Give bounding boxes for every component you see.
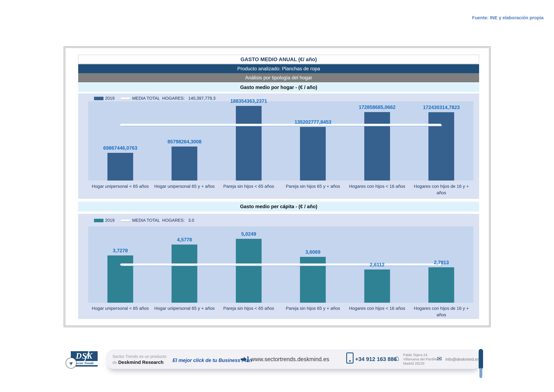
page: Fuente: INE y elaboración propia GASTO M… xyxy=(0,0,554,392)
bars: 69867446,076385798264,3008188354363,2371… xyxy=(88,101,473,181)
legend-media-line-swatch xyxy=(121,220,130,221)
bar-value-label: 172430314,7823 xyxy=(409,105,474,110)
x-axis-labels: Hogar unipersonal < 65 añosHogar unipers… xyxy=(88,305,473,318)
mail-icon: ✉ xyxy=(437,355,442,362)
footer-phone-number: +34 912 163 886 xyxy=(355,356,397,362)
bar xyxy=(429,267,454,303)
x-axis-label: Pareja sin hijos < 65 años xyxy=(217,183,281,196)
x-axis-label: Hogar unipersonal < 65 años xyxy=(88,183,152,196)
source-note: Fuente: INE y elaboración propia xyxy=(472,15,544,20)
bar-column: 188354363,2371 xyxy=(217,101,281,181)
report-title: GASTO MEDIO ANUAL (€/ año) xyxy=(78,55,479,64)
paper-plane-icon: ➤ xyxy=(68,360,74,366)
bar-value-label: 172858685,0662 xyxy=(345,105,409,110)
bar-value-label: 69867446,0763 xyxy=(88,145,152,151)
bar xyxy=(364,269,390,303)
paper-plane-badge: ➤ xyxy=(66,357,77,369)
footer-accent-tail xyxy=(479,368,482,378)
bar xyxy=(172,147,197,181)
legend-series-swatch xyxy=(94,219,104,222)
x-axis-label: Hogares con hijos de 16 y + años xyxy=(409,305,474,318)
bar-column: 172858685,0662 xyxy=(345,101,409,181)
chart-gasto-medio-per-capita: 2019 MEDIA TOTAL HOGARES: 3.0 3,72784,57… xyxy=(78,214,479,319)
product-analyzed-row: Producto analizado: Planchas de ropa xyxy=(78,64,479,73)
chart-gasto-medio-por-hogar: 2019 MEDIA TOTAL HOGARES: 140,397,779.3 … xyxy=(78,93,479,199)
x-axis-label: Hogar unipersonal 65 y + años xyxy=(152,183,217,196)
bar xyxy=(429,112,454,181)
legend-media-label: MEDIA TOTAL HOGARES: 3.0 xyxy=(132,218,194,223)
home-icon: ⌂ xyxy=(395,353,399,363)
legend-series-label: 2019 xyxy=(105,218,115,223)
bar-column: 135202777,8453 xyxy=(281,101,345,181)
x-axis-label: Pareja sin hijos 65 y + años xyxy=(281,305,345,318)
section-title-gasto-por-hogar: Gasto medio por hogar - (€ / año) xyxy=(78,83,479,92)
footer-address-line1: Pablo Tejera 24. xyxy=(403,353,438,357)
x-axis-label: Pareja sin hijos 65 y + años xyxy=(281,183,345,196)
bar-value-label: 2,6112 xyxy=(345,262,409,268)
legend-media-label: MEDIA TOTAL HOGARES: 140,397,779.3 xyxy=(132,96,215,101)
legend: 2019 MEDIA TOTAL HOGARES: 3.0 xyxy=(94,218,194,223)
bar-value-label: 188354363,2371 xyxy=(217,98,281,104)
bar-value-label: 4,5778 xyxy=(152,237,217,243)
footer-product-line1: Sector Trends es un producto xyxy=(112,354,166,359)
section-title-gasto-per-capita: Gasto medio per cápita - (€ / año) xyxy=(78,202,479,211)
bar-column: 2,7913 xyxy=(409,226,474,303)
report-frame: GASTO MEDIO ANUAL (€/ año) Producto anal… xyxy=(64,46,491,327)
bar-value-label: 2,7913 xyxy=(409,260,474,265)
bar-value-label: 5,0249 xyxy=(217,231,281,237)
footer-address-line3: Madrid 28229 xyxy=(403,361,438,366)
bar-value-label: 135202777,8453 xyxy=(281,119,345,125)
legend-series-label: 2019 xyxy=(105,96,115,101)
x-axis-label: Hogares con hijos < 16 años xyxy=(345,183,409,196)
footer-product-text: Sector Trends es un producto de Deskmind… xyxy=(112,354,166,365)
x-axis-label: Hogar unipersonal 65 y + años xyxy=(152,305,217,318)
bar xyxy=(236,106,262,181)
bar xyxy=(172,245,197,303)
bar-value-label: 85798264,3008 xyxy=(152,139,217,145)
bar xyxy=(236,239,262,303)
footer-company-name: Deskmind Research xyxy=(118,360,164,365)
phone-icon xyxy=(346,352,353,364)
legend-media-line-swatch xyxy=(121,98,130,99)
bar xyxy=(107,153,133,181)
bar xyxy=(107,255,133,303)
arrow-to-bar-icon xyxy=(240,356,249,364)
bar-column: 85798264,3008 xyxy=(152,101,217,181)
footer-website-url: www.sectortrends.deskmind.es xyxy=(251,356,329,363)
bar xyxy=(300,127,326,181)
footer-address-line2: Villanueva del Pardillo. xyxy=(403,357,438,361)
x-axis-label: Pareja sin hijos < 65 años xyxy=(217,305,281,318)
dsk-logo: DSK Sector Trends ➤ xyxy=(71,351,98,367)
footer-product-prefix: de xyxy=(112,360,118,365)
footer-email: info@deskmind.es xyxy=(445,357,479,362)
plot-area: 69867446,076385798264,3008188354363,2371… xyxy=(88,101,473,181)
x-axis-label: Hogar unipersonal < 65 años xyxy=(88,305,152,318)
bar-value-label: 3,6069 xyxy=(281,249,345,255)
legend-series-swatch xyxy=(94,97,104,100)
bar-column: 172430314,7823 xyxy=(409,101,474,181)
bar-value-label: 3,7278 xyxy=(88,248,152,253)
x-axis-label: Hogares con hijos < 16 años xyxy=(345,305,409,318)
footer-product-line2: de Deskmind Research xyxy=(112,360,166,365)
analysis-type-row: Análisis por tipología del hogar xyxy=(78,73,479,82)
plot-area: 3,72784,57785,02493,60692,61122,7913 xyxy=(88,226,473,303)
legend: 2019 MEDIA TOTAL HOGARES: 140,397,779.3 xyxy=(94,96,215,101)
x-axis-labels: Hogar unipersonal < 65 añosHogar unipers… xyxy=(88,183,473,196)
bar-column: 2,6112 xyxy=(345,226,409,303)
x-axis-label: Hogares con hijos de 16 y + años xyxy=(409,183,474,196)
bar-column: 69867446,0763 xyxy=(88,101,152,181)
bar xyxy=(364,112,390,181)
footer-address: Pablo Tejera 24. Villanueva del Pardillo… xyxy=(403,353,438,366)
